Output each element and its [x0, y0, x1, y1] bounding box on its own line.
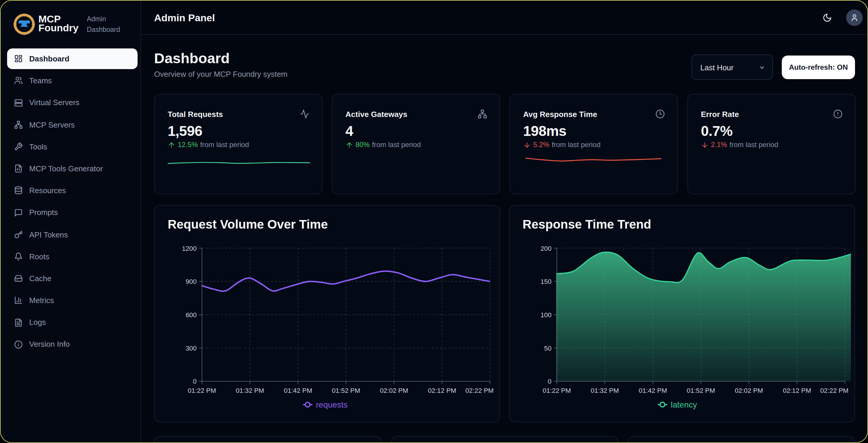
svg-text:02:22 PM: 02:22 PM: [465, 387, 494, 394]
svg-text:02:12 PM: 02:12 PM: [783, 387, 811, 394]
svg-text:0: 0: [193, 378, 197, 385]
svg-text:0: 0: [548, 378, 552, 385]
svg-text:02:02 PM: 02:02 PM: [735, 387, 763, 394]
svg-text:01:52 PM: 01:52 PM: [332, 387, 360, 394]
svg-text:02:12 PM: 02:12 PM: [428, 387, 456, 394]
svg-text:01:42 PM: 01:42 PM: [639, 387, 667, 394]
svg-text:01:52 PM: 01:52 PM: [687, 387, 715, 394]
svg-text:01:22 PM: 01:22 PM: [188, 387, 216, 394]
svg-text:02:02 PM: 02:02 PM: [380, 387, 408, 394]
svg-text:300: 300: [186, 345, 197, 352]
svg-text:900: 900: [186, 278, 197, 285]
svg-text:200: 200: [540, 245, 552, 252]
svg-text:01:32 PM: 01:32 PM: [236, 387, 264, 394]
svg-text:latency: latency: [671, 400, 697, 409]
svg-text:150: 150: [540, 278, 552, 285]
svg-text:requests: requests: [316, 400, 347, 409]
svg-text:100: 100: [540, 311, 552, 319]
svg-text:01:32 PM: 01:32 PM: [591, 387, 619, 394]
svg-text:600: 600: [186, 311, 197, 319]
svg-text:50: 50: [544, 345, 552, 352]
svg-text:01:42 PM: 01:42 PM: [284, 387, 312, 394]
svg-text:01:22 PM: 01:22 PM: [542, 387, 571, 394]
svg-text:1200: 1200: [182, 245, 197, 252]
svg-text:02:22 PM: 02:22 PM: [820, 387, 848, 394]
